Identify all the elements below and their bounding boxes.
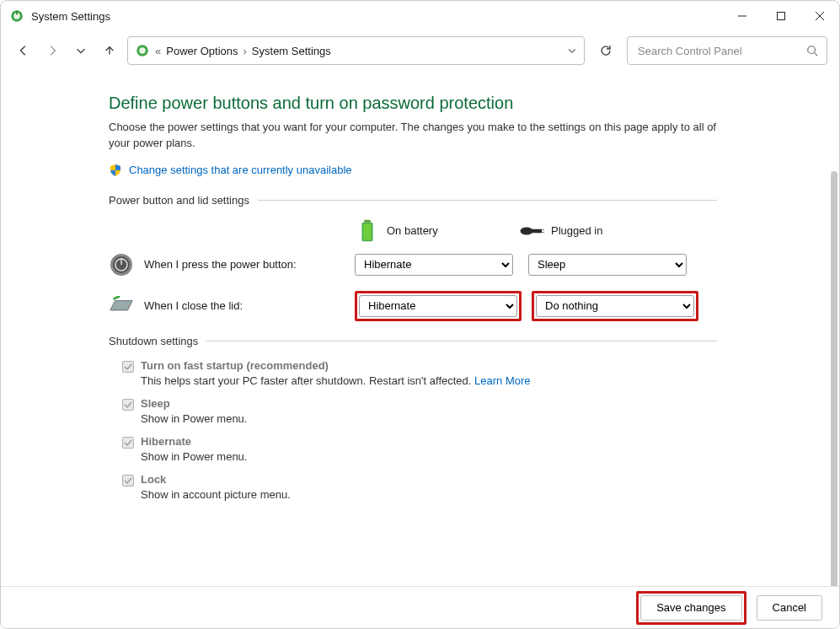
svg-point-14 xyxy=(521,227,533,234)
highlight-save: Save changes xyxy=(636,591,746,625)
up-button[interactable] xyxy=(99,40,120,62)
hibernate-desc: Show in Power menu. xyxy=(141,450,717,463)
power-button-battery-select[interactable]: Hibernate xyxy=(355,254,513,276)
sleep-label: Sleep xyxy=(141,397,170,410)
group-power-button-lid: Power button and lid settings xyxy=(109,194,717,207)
svg-rect-15 xyxy=(532,228,542,233)
shield-icon xyxy=(109,164,122,177)
learn-more-link[interactable]: Learn More xyxy=(474,374,530,387)
refresh-button[interactable] xyxy=(591,36,620,65)
search-box[interactable] xyxy=(627,36,827,65)
back-button[interactable] xyxy=(13,40,35,62)
svg-point-8 xyxy=(139,47,146,54)
power-button-row-label: When I press the power button: xyxy=(144,258,297,271)
sleep-desc: Show in Power menu. xyxy=(141,412,717,425)
highlight-lid-battery: Hibernate xyxy=(355,291,522,321)
nav-row: « Power Options › System Settings xyxy=(1,31,839,70)
plug-icon xyxy=(519,218,544,244)
power-button-icon xyxy=(109,252,134,277)
sleep-checkbox xyxy=(122,399,134,411)
battery-icon xyxy=(355,218,380,244)
titlebar: System Settings xyxy=(1,1,839,31)
location-icon xyxy=(135,43,150,58)
close-button[interactable] xyxy=(800,1,839,31)
unlock-settings-link[interactable]: Change settings that are currently unava… xyxy=(129,164,352,176)
search-icon xyxy=(806,45,818,56)
col-plugged-label: Plugged in xyxy=(551,224,602,237)
svg-rect-4 xyxy=(778,13,785,20)
breadcrumb-current[interactable]: System Settings xyxy=(252,45,331,57)
fast-startup-desc: This helps start your PC faster after sh… xyxy=(141,374,717,387)
hibernate-label: Hibernate xyxy=(141,435,191,448)
scrollbar[interactable] xyxy=(831,171,837,586)
svg-line-10 xyxy=(815,53,818,56)
window: System Settings « Power Options › System… xyxy=(0,0,840,629)
fast-startup-label: Turn on fast startup (recommended) xyxy=(141,359,329,372)
breadcrumb-parent[interactable]: Power Options xyxy=(166,45,238,57)
lid-icon xyxy=(109,296,134,315)
page-description: Choose the power settings that you want … xyxy=(109,120,717,152)
window-title: System Settings xyxy=(31,10,110,23)
recent-dropdown[interactable] xyxy=(70,40,92,62)
highlight-lid-plugged: Do nothing xyxy=(532,291,698,321)
hibernate-checkbox xyxy=(122,437,134,449)
save-button[interactable]: Save changes xyxy=(640,595,741,621)
forward-button[interactable] xyxy=(41,40,63,62)
lock-checkbox xyxy=(122,475,134,487)
lid-row-label: When I close the lid: xyxy=(144,299,243,312)
svg-point-9 xyxy=(808,46,816,54)
cancel-button[interactable]: Cancel xyxy=(757,595,822,621)
app-icon xyxy=(9,8,24,24)
lid-battery-select[interactable]: Hibernate xyxy=(359,295,517,317)
group-title: Power button and lid settings xyxy=(109,194,249,207)
maximize-button[interactable] xyxy=(762,1,800,31)
page-title: Define power buttons and turn on passwor… xyxy=(109,94,717,113)
lock-desc: Show in account picture menu. xyxy=(141,488,717,501)
content-area: Define power buttons and turn on passwor… xyxy=(1,70,839,586)
minimize-button[interactable] xyxy=(723,1,762,31)
lid-plugged-select[interactable]: Do nothing xyxy=(536,295,694,317)
chevron-right-icon: › xyxy=(243,45,247,57)
lock-label: Lock xyxy=(141,473,166,486)
svg-rect-13 xyxy=(363,223,371,239)
group-shutdown-settings: Shutdown settings xyxy=(109,335,717,347)
address-dropdown-icon[interactable] xyxy=(567,46,577,56)
fast-startup-checkbox xyxy=(122,361,134,373)
footer: Save changes Cancel xyxy=(1,586,839,628)
svg-rect-2 xyxy=(16,11,18,15)
power-button-plugged-select[interactable]: Sleep xyxy=(528,254,687,276)
search-input[interactable] xyxy=(636,44,800,58)
breadcrumb-ellipsis[interactable]: « xyxy=(155,45,161,57)
group-title: Shutdown settings xyxy=(109,335,198,347)
svg-rect-11 xyxy=(364,220,371,223)
col-battery-label: On battery xyxy=(387,224,438,237)
address-bar[interactable]: « Power Options › System Settings xyxy=(127,36,585,65)
